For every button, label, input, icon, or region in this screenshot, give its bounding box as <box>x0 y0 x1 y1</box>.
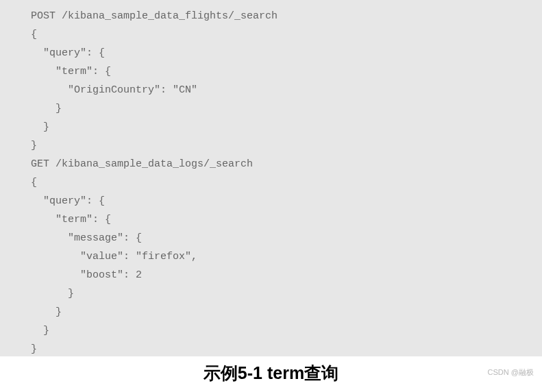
code-line: } <box>31 99 542 118</box>
code-line: "term": { <box>31 210 542 229</box>
figure-caption: 示例5-1 term查询 <box>0 362 542 384</box>
code-line: "OriginCountry": "CN" <box>31 81 542 99</box>
code-line: "query": { <box>31 44 542 62</box>
code-line: POST /kibana_sample_data_flights/_search <box>31 7 542 25</box>
code-line: } <box>31 284 542 303</box>
code-block: POST /kibana_sample_data_flights/_search… <box>0 0 542 356</box>
code-line: "value": "firefox", <box>31 247 542 266</box>
caption-area: 示例5-1 term查询 CSDN @融极 <box>0 356 542 384</box>
code-line: } <box>31 136 542 155</box>
code-line: } <box>31 340 542 358</box>
code-line: } <box>31 303 542 321</box>
code-line: "message": { <box>31 229 542 247</box>
code-line: { <box>31 173 542 192</box>
code-line: "term": { <box>31 62 542 81</box>
code-line: { <box>31 25 542 44</box>
code-line: } <box>31 118 542 136</box>
code-line: "query": { <box>31 192 542 210</box>
code-line: GET /kibana_sample_data_logs/_search <box>31 155 542 173</box>
watermark: CSDN @融极 <box>488 367 534 378</box>
code-line: } <box>31 321 542 340</box>
code-line: "boost": 2 <box>31 266 542 284</box>
